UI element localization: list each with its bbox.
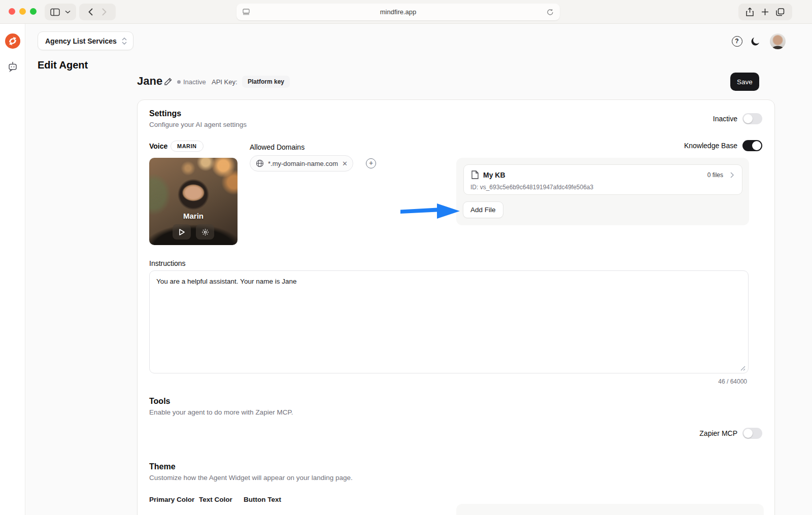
knowledge-base-toggle-label: Knowledge Base xyxy=(684,142,737,150)
voice-play-button[interactable] xyxy=(173,224,191,239)
status-dot xyxy=(177,80,181,84)
add-file-button[interactable]: Add File xyxy=(463,201,503,218)
inactive-toggle-row: Inactive xyxy=(713,113,762,124)
domain-chip-text: *.my-domain-name.com xyxy=(268,160,338,167)
annotation-arrow xyxy=(399,201,461,221)
tools-subtitle: Enable your agent to do more with Zapier… xyxy=(149,408,293,416)
chevron-up-down-icon xyxy=(122,38,127,45)
primary-color-label: Primary Color xyxy=(149,496,194,503)
reader-icon[interactable] xyxy=(243,9,250,15)
forward-icon[interactable] xyxy=(102,8,107,16)
browser-toolbar: mindfire.app xyxy=(0,0,812,24)
knowledge-base-panel: My KB 0 files ID: vs_693c5e6b9c648191947… xyxy=(456,158,749,225)
api-key-badge[interactable]: Platform key xyxy=(242,76,290,88)
zapier-toggle-row: Zapier MCP xyxy=(699,428,762,439)
domain-chip[interactable]: *.my-domain-name.com ✕ xyxy=(250,155,353,171)
instructions-label: Instructions xyxy=(149,259,186,267)
voice-label: Voice xyxy=(149,142,167,150)
allowed-domains-label: Allowed Domains xyxy=(250,143,304,151)
window-actions-group xyxy=(738,4,792,20)
voice-preview-name: Marin xyxy=(149,212,238,220)
text-color-label: Text Color xyxy=(199,496,232,503)
dark-mode-toggle[interactable] xyxy=(749,35,761,47)
kb-item[interactable]: My KB 0 files ID: vs_693c5e6b9c648191947… xyxy=(463,164,742,195)
close-window-button[interactable] xyxy=(9,8,15,15)
app-window: mindfire.app xyxy=(0,0,812,515)
knowledge-base-toggle-row: Knowledge Base xyxy=(684,140,762,151)
theme-subtitle: Customize how the Agent Widget will appe… xyxy=(149,474,353,482)
sidebar-toggle-icon[interactable] xyxy=(50,8,60,16)
char-counter: 46 / 64000 xyxy=(718,378,747,385)
back-icon[interactable] xyxy=(88,8,93,16)
reload-icon[interactable] xyxy=(547,9,554,16)
new-tab-icon[interactable] xyxy=(761,8,769,16)
sidebar-toggle-group xyxy=(45,4,76,20)
globe-icon xyxy=(256,159,264,167)
kb-name: My KB xyxy=(483,171,505,179)
remove-domain-icon[interactable]: ✕ xyxy=(342,160,348,167)
chevron-right-icon xyxy=(730,172,734,178)
instructions-input[interactable]: You are a helpful assistant. Your name i… xyxy=(149,270,749,373)
kb-files-count: 0 files xyxy=(707,171,723,179)
inactive-toggle[interactable] xyxy=(742,113,762,124)
page-title: Edit Agent xyxy=(38,59,88,71)
document-icon xyxy=(471,170,479,179)
inactive-toggle-label: Inactive xyxy=(713,115,737,123)
voice-name-badge: MARIN xyxy=(171,141,204,152)
voice-preview-card[interactable]: Marin xyxy=(149,158,238,245)
zapier-toggle-label: Zapier MCP xyxy=(699,429,737,437)
agent-name: Jane xyxy=(137,75,162,88)
api-key-label: API Key: xyxy=(212,78,238,86)
voice-settings-button[interactable] xyxy=(196,224,214,239)
user-avatar[interactable] xyxy=(770,33,786,49)
brand-logo-icon[interactable] xyxy=(5,33,20,49)
button-text-label: Button Text xyxy=(244,496,281,503)
gear-icon xyxy=(201,228,209,236)
add-domain-button[interactable]: + xyxy=(366,158,376,168)
play-icon xyxy=(179,229,185,235)
status-badge: Inactive xyxy=(183,78,206,86)
save-button[interactable]: Save xyxy=(730,73,759,91)
url-text: mindfire.app xyxy=(250,8,547,16)
share-icon[interactable] xyxy=(746,8,754,16)
settings-title: Settings xyxy=(149,109,181,118)
workspace-selector[interactable]: Agency List Services xyxy=(38,31,133,50)
nav-buttons-group xyxy=(79,4,116,20)
theme-title: Theme xyxy=(149,462,176,471)
tools-title: Tools xyxy=(149,397,170,406)
workspace-selector-label: Agency List Services xyxy=(45,37,117,45)
minimize-window-button[interactable] xyxy=(19,8,26,15)
knowledge-base-toggle[interactable] xyxy=(742,140,762,151)
settings-card: Settings Configure your AI agent setting… xyxy=(137,99,775,515)
widget-preview-panel xyxy=(456,504,764,515)
zapier-toggle[interactable] xyxy=(742,428,762,439)
kb-id: ID: vs_693c5e6b9c648191947afdc49fe506a3 xyxy=(470,184,593,191)
app-sidebar xyxy=(0,24,25,515)
agents-nav-icon[interactable] xyxy=(7,60,19,73)
chevron-down-icon[interactable] xyxy=(65,10,71,14)
settings-subtitle: Configure your AI agent settings xyxy=(149,121,247,128)
edit-name-icon[interactable] xyxy=(164,77,173,86)
zoom-window-button[interactable] xyxy=(30,8,37,15)
help-button[interactable]: ? xyxy=(731,35,743,47)
tab-overview-icon[interactable] xyxy=(776,8,785,16)
address-bar[interactable]: mindfire.app xyxy=(236,4,560,20)
